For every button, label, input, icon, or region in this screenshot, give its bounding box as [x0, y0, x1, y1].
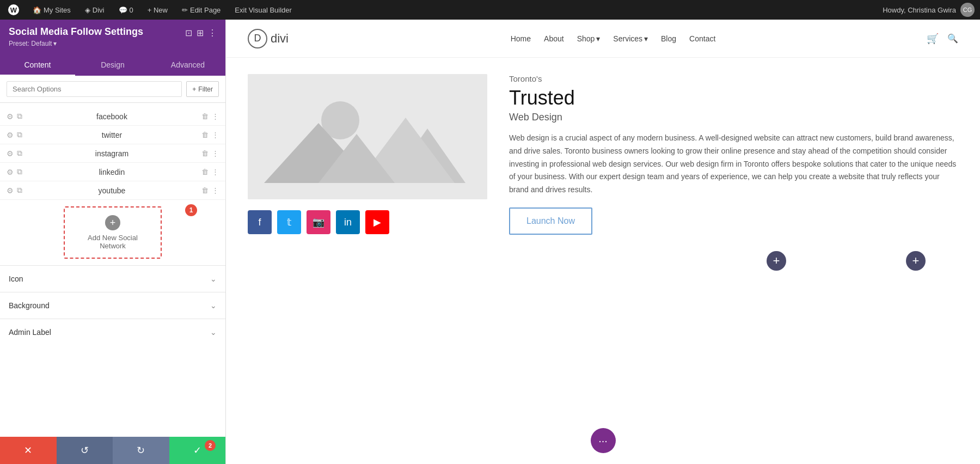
user-avatar[interactable]: CG [960, 3, 975, 17]
panel-preset[interactable]: Preset: Default ▾ [9, 40, 217, 47]
social-name-instagram: instagram [27, 149, 197, 158]
panel-resize-icon[interactable]: ⊡ [185, 28, 192, 38]
launch-now-button[interactable]: Launch Now [509, 207, 592, 235]
duplicate-icon-linkedin[interactable]: ⧉ [17, 167, 22, 176]
icon-accordion-header[interactable]: Icon ⌄ [0, 266, 225, 292]
wp-admin-bar: W 🏠 My Sites ◈ Divi 💬 0 + New ✏ Edit Pag… [0, 0, 980, 20]
twitter-social-icon[interactable]: 𝕥 [277, 210, 301, 234]
divi-menu[interactable]: ◈ Divi [82, 0, 108, 20]
facebook-social-icon[interactable]: f [248, 210, 272, 234]
background-accordion: Background ⌄ [0, 292, 225, 319]
admin-label-chevron-icon: ⌄ [210, 328, 217, 337]
search-nav-icon[interactable]: 🔍 [947, 33, 958, 44]
background-accordion-header[interactable]: Background ⌄ [0, 292, 225, 319]
drag-icon-linkedin[interactable]: ⋮ [212, 168, 219, 176]
trusted-heading: Trusted [509, 87, 958, 109]
main-area: Social Media Follow Settings ⊡ ⊞ ⋮ Prese… [0, 20, 980, 464]
new-menu[interactable]: + New [144, 0, 171, 20]
nav-right: 🛒 🔍 [927, 33, 958, 45]
settings-icon-facebook[interactable]: ⚙ [7, 112, 14, 121]
panel-header-actions: ⊡ ⊞ ⋮ [185, 28, 217, 38]
social-name-youtube: youtube [27, 186, 197, 195]
admin-label-accordion-header[interactable]: Admin Label ⌄ [0, 319, 225, 345]
exit-builder-button[interactable]: Exit Visual Builder [231, 0, 295, 20]
panel-content: ⚙ ⧉ facebook 🗑 ⋮ ⚙ ⧉ twitter 🗑 ⋮ [0, 103, 225, 437]
panel-more-icon[interactable]: ⋮ [208, 28, 217, 38]
filter-button[interactable]: + Filter [186, 81, 219, 97]
social-item-youtube[interactable]: ⚙ ⧉ youtube 🗑 ⋮ [0, 181, 225, 200]
nav-item-shop[interactable]: Shop ▾ [577, 34, 601, 43]
social-name-facebook: facebook [27, 112, 197, 121]
tab-content[interactable]: Content [0, 55, 75, 76]
add-new-social-button[interactable]: + Add New Social Network [64, 206, 162, 259]
duplicate-icon-facebook[interactable]: ⧉ [17, 112, 22, 121]
nav-item-contact[interactable]: Contact [689, 34, 715, 43]
panel-grid-icon[interactable]: ⊞ [197, 28, 204, 38]
divi-icon: ◈ [85, 6, 90, 14]
delete-icon-facebook[interactable]: 🗑 [201, 112, 209, 120]
youtube-social-icon[interactable]: ▶ [365, 210, 389, 234]
site-logo[interactable]: D divi [248, 29, 289, 48]
delete-icon-linkedin[interactable]: 🗑 [201, 168, 209, 176]
settings-icon-twitter[interactable]: ⚙ [7, 131, 14, 139]
comments-menu[interactable]: 💬 0 [115, 0, 137, 20]
home-icon: 🏠 [33, 6, 41, 14]
drag-icon-facebook[interactable]: ⋮ [212, 112, 219, 120]
nav-item-about[interactable]: About [544, 34, 564, 43]
panel-tabs: Content Design Advanced [0, 55, 225, 76]
add-new-container: + Add New Social Network 1 [0, 200, 225, 265]
search-options-input[interactable] [7, 81, 182, 97]
delete-icon-twitter[interactable]: 🗑 [201, 131, 209, 139]
drag-icon-instagram[interactable]: ⋮ [212, 149, 219, 157]
social-name-linkedin: linkedin [27, 168, 197, 176]
social-item-instagram[interactable]: ⚙ ⧉ instagram 🗑 ⋮ [0, 144, 225, 163]
duplicate-icon-youtube[interactable]: ⧉ [17, 186, 22, 195]
image-and-social: f 𝕥 📷 in ▶ [248, 74, 487, 234]
redo-button[interactable]: ↻ [113, 437, 169, 464]
save-button[interactable]: ✓ 2 [169, 437, 226, 464]
web-design-sub: Web Design [509, 112, 958, 123]
edit-page-button[interactable]: ✏ Edit Page [179, 0, 224, 20]
shop-chevron-icon: ▾ [596, 34, 600, 43]
drag-icon-twitter[interactable]: ⋮ [212, 131, 219, 139]
duplicate-icon-instagram[interactable]: ⧉ [17, 149, 22, 158]
add-plus-icon: + [105, 215, 120, 230]
add-section-row: + + [248, 251, 958, 271]
undo-button[interactable]: ↺ [57, 437, 113, 464]
logo-circle: D [248, 29, 267, 48]
floating-menu-button[interactable]: ··· [591, 428, 616, 453]
add-section-button-left[interactable]: + [767, 251, 786, 271]
cancel-button[interactable]: ✕ [0, 437, 57, 464]
linkedin-social-icon[interactable]: in [336, 210, 360, 234]
edit-icon: ✏ [182, 6, 188, 14]
settings-panel: Social Media Follow Settings ⊡ ⊞ ⋮ Prese… [0, 20, 226, 464]
nav-item-home[interactable]: Home [511, 34, 531, 43]
social-item-twitter[interactable]: ⚙ ⧉ twitter 🗑 ⋮ [0, 126, 225, 144]
tab-design[interactable]: Design [75, 55, 150, 76]
wp-logo-button[interactable]: W [5, 0, 22, 20]
nav-item-blog[interactable]: Blog [661, 34, 676, 43]
social-item-facebook[interactable]: ⚙ ⧉ facebook 🗑 ⋮ [0, 107, 225, 126]
preview-area: D divi Home About Shop ▾ Services ▾ [226, 20, 980, 464]
delete-icon-youtube[interactable]: 🗑 [201, 186, 209, 194]
settings-icon-instagram[interactable]: ⚙ [7, 149, 14, 158]
tab-advanced[interactable]: Advanced [150, 55, 225, 76]
social-icons-row: f 𝕥 📷 in ▶ [248, 210, 487, 234]
drag-icon-youtube[interactable]: ⋮ [212, 186, 219, 194]
icon-accordion: Icon ⌄ [0, 265, 225, 292]
instagram-social-icon[interactable]: 📷 [307, 210, 330, 234]
settings-icon-linkedin[interactable]: ⚙ [7, 168, 14, 176]
add-section-button-right[interactable]: + [906, 251, 926, 271]
delete-icon-instagram[interactable]: 🗑 [201, 149, 209, 157]
cart-icon[interactable]: 🛒 [927, 33, 939, 45]
filter-plus-icon: + [192, 86, 196, 93]
nav-item-services[interactable]: Services ▾ [613, 34, 648, 43]
social-item-linkedin[interactable]: ⚙ ⧉ linkedin 🗑 ⋮ [0, 163, 225, 181]
my-sites-menu[interactable]: 🏠 My Sites [29, 0, 74, 20]
panel-header: Social Media Follow Settings ⊡ ⊞ ⋮ Prese… [0, 20, 225, 55]
duplicate-icon-twitter[interactable]: ⧉ [17, 130, 22, 139]
settings-icon-youtube[interactable]: ⚙ [7, 186, 14, 195]
bottom-toolbar: ✕ ↺ ↻ ✓ 2 [0, 437, 225, 464]
site-navigation: D divi Home About Shop ▾ Services ▾ [226, 20, 980, 58]
add-new-label: Add New Social Network [81, 234, 144, 250]
